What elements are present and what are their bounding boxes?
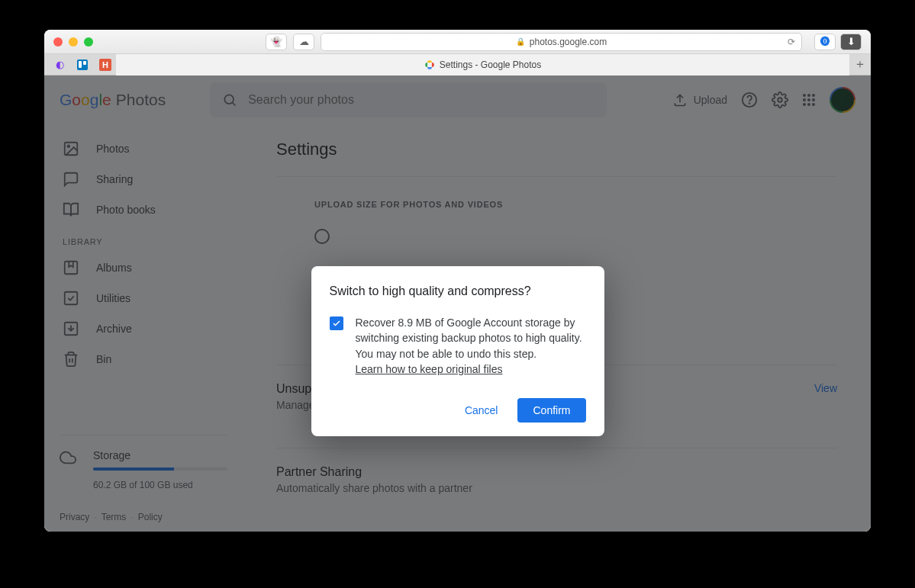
google-photos-app: Google Photos Upload [44,76,871,532]
close-window-button[interactable] [53,37,63,47]
google-photos-favicon [424,59,435,70]
minimize-window-button[interactable] [69,37,78,47]
downloads-icon[interactable]: ⬇ [840,34,862,50]
svg-rect-2 [83,61,86,65]
browser-window: 👻 ☁︎ 🔒 photos.google.com ⟳ ⓿ ⬇ ◐ H Setti… [44,30,871,532]
extension-ghost-icon[interactable]: 👻 [266,34,287,50]
tab-strip: ◐ H Settings - Google Photos ＋ [44,54,871,76]
reload-icon[interactable]: ⟳ [788,37,795,47]
new-tab-button[interactable]: ＋ [849,56,871,72]
pinned-tab-h[interactable]: H [95,56,116,74]
icloud-icon[interactable]: ☁︎ [293,34,314,50]
active-tab[interactable]: Settings - Google Photos [116,54,849,76]
window-title-bar: 👻 ☁︎ 🔒 photos.google.com ⟳ ⓿ ⬇ [44,30,871,54]
switch-quality-dialog: Switch to high quality and compress? Rec… [311,266,604,436]
url-text: photos.google.com [530,37,607,47]
pinned-tab-1[interactable]: ◐ [49,56,70,74]
pinned-tab-trello[interactable] [72,56,93,74]
onepassword-icon[interactable]: ⓿ [814,34,836,50]
confirm-button[interactable]: Confirm [517,398,585,423]
learn-more-link[interactable]: Learn how to keep original files [356,363,503,375]
cancel-button[interactable]: Cancel [454,398,509,423]
dialog-body-text: Recover 8.9 MB of Google Account storage… [356,316,582,360]
dialog-title: Switch to high quality and compress? [330,284,586,298]
check-icon [332,319,341,328]
svg-rect-1 [79,61,82,68]
tab-title: Settings - Google Photos [440,59,541,70]
compress-checkbox[interactable] [330,316,343,330]
maximize-window-button[interactable] [84,37,93,47]
lock-icon: 🔒 [516,37,525,46]
traffic-lights [53,37,93,47]
address-bar[interactable]: 🔒 photos.google.com ⟳ [321,33,802,51]
